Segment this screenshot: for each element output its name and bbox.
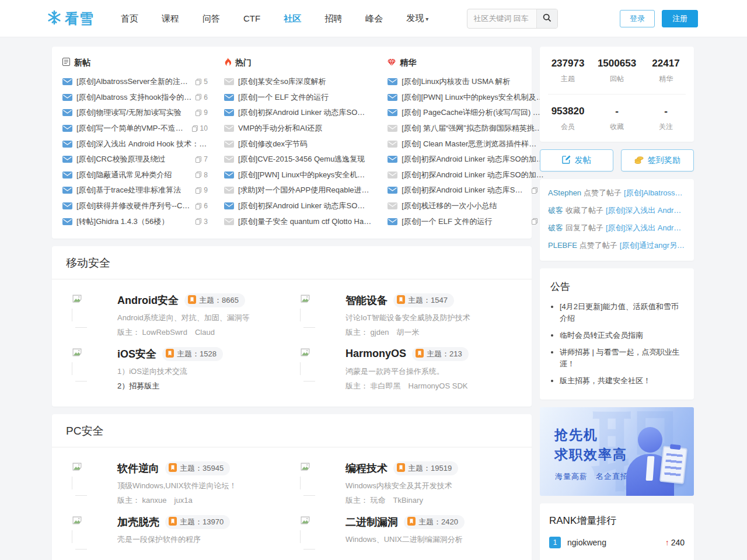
post-list-item[interactable]: [原创]量子安全 quantum ctf Qlotto Ha… xyxy=(224,214,371,229)
post-list-item[interactable]: [原创]物理读写/无附加读写实验 9 xyxy=(62,105,208,121)
reply-count: 9 xyxy=(196,186,208,194)
up-arrow-icon: ↑ xyxy=(665,538,669,547)
nav-item[interactable]: 发现▾ xyxy=(395,0,440,38)
forum-moderators[interactable]: 版主： 玩命 TkBinary xyxy=(345,495,458,506)
post-list-item[interactable]: [原创] 第八届“强网”拟态防御国际精英挑… xyxy=(388,121,543,136)
activity-item[interactable]: 破客收藏了帖子[原创]深入浅出 Andr… xyxy=(548,202,686,219)
reply-count-value: 9 xyxy=(204,108,208,117)
activity-post-link[interactable]: [原创]深入浅出 Andr… xyxy=(606,223,681,232)
activity-item[interactable]: 破客回复了帖子[原创]深入浅出 Andr… xyxy=(548,219,686,237)
post-list-item[interactable]: [原创]隐蔽通讯常见种类介绍 8 xyxy=(62,167,208,183)
post-list-item[interactable]: [原创]初探Android Linker 动态库SO… xyxy=(224,198,371,214)
post-list-item[interactable]: [原创]修改dex字节码 xyxy=(224,136,371,152)
post-list-item[interactable]: [原创]CRC校验原理及绕过 7 xyxy=(62,152,208,167)
forum-block[interactable]: iOS安全 主题：1528 1）iOS逆向技术交流 2）招募版主 xyxy=(72,347,287,391)
nav-item[interactable]: CTF xyxy=(232,0,272,37)
announcement-link[interactable]: 临时会员转正式会员指南 xyxy=(560,330,683,341)
reply-count: 3 xyxy=(196,218,208,226)
post-title: [原创]一个 ELF 文件的运行 xyxy=(402,216,528,227)
forum-name[interactable]: HarmonyOS xyxy=(345,348,406,360)
forum-block[interactable]: 编程技术 主题：19519 Windows内核安全及其开发技术 版主： 玩命 T… xyxy=(300,461,515,506)
activity-post-link[interactable]: [原创]通过angr另… xyxy=(620,241,685,250)
post-list-item[interactable]: [原创]深入浅出 Android Hook 技术：… xyxy=(62,136,208,152)
post-list-item[interactable]: [原创]初探Android Linker 动态库S… 2 xyxy=(388,183,543,198)
post-list-item[interactable]: [原创][PWN] Linux中的pkeys安全机制及… xyxy=(388,90,543,106)
forum-moderators[interactable]: 2）招募版主 xyxy=(117,381,223,391)
forum-name[interactable]: 加壳脱壳 xyxy=(117,515,159,529)
search-button[interactable] xyxy=(536,9,557,28)
post-list-item[interactable]: [原创]Albatross 支持hook指令的… 6 xyxy=(62,90,208,106)
envelope-icon xyxy=(62,94,72,101)
forum-name[interactable]: 编程技术 xyxy=(345,461,388,475)
forum-block[interactable]: Android安全 主题：8665 Android系统逆向、对抗、加固、漏洞等 … xyxy=(72,293,287,338)
forum-moderators[interactable]: 版主： 非白即黑 HarmonyOS SDK xyxy=(345,381,469,391)
new-post-button[interactable]: 发帖 xyxy=(540,149,613,172)
document-icon xyxy=(62,58,70,68)
post-list-item[interactable]: VMP的手动分析和AI还原 xyxy=(224,121,371,136)
post-list-item[interactable]: [求助]对一个国外APP使用Reqable进… xyxy=(224,183,371,198)
activity-username[interactable]: PLEBFE xyxy=(548,241,577,250)
post-title: [原创] PageCache详细分析(读写/写回) … xyxy=(402,107,543,118)
job-ad-banner[interactable]: 职 抢先机 求职效率高 海量高薪 名企直招 xyxy=(540,407,694,496)
forum-name[interactable]: iOS安全 xyxy=(117,347,156,361)
post-list-item[interactable]: [原创]写一个简单的VMP-不造… 10 xyxy=(62,121,208,136)
post-list-item[interactable]: [原创] Clean Master恶意浏览器插件样… xyxy=(388,136,543,152)
post-list-item[interactable]: [原创]初探Android Linker 动态库SO的加… xyxy=(388,167,543,183)
forum-name[interactable]: 软件逆向 xyxy=(117,461,159,475)
bookmark-icon xyxy=(169,517,177,527)
activity-username[interactable]: AStephen xyxy=(548,188,581,197)
forum-moderators[interactable]: 版主： LowRebSwrd Claud xyxy=(117,327,250,338)
login-button[interactable]: 登录 xyxy=(620,10,655,27)
nav-item[interactable]: 招聘 xyxy=(313,0,354,37)
copy-icon xyxy=(532,187,537,194)
search-input[interactable] xyxy=(467,9,536,28)
activity-username[interactable]: 破客 xyxy=(548,206,563,215)
forum-block[interactable]: 加壳脱壳 主题：13970 壳是一段保护软件的程序 xyxy=(72,515,287,551)
nav-item[interactable]: 峰会 xyxy=(354,0,395,37)
register-button[interactable]: 注册 xyxy=(662,10,698,27)
forum-moderators[interactable]: 版主： gjden 胡一米 xyxy=(345,327,470,338)
post-list-item[interactable]: [原创]一个 ELF 文件的运行 xyxy=(224,90,371,106)
post-title: [原创]物理读写/无附加读写实验 xyxy=(76,107,191,118)
nav-item[interactable]: 首页 xyxy=(109,0,150,37)
activity-post-link[interactable]: [原创]深入浅出 Andr… xyxy=(606,206,681,215)
post-list-item[interactable]: [转帖]Ghidra 1.4.3（56楼） 3 xyxy=(62,214,208,229)
post-list-item[interactable]: [原创]获得并修改硬件序列号--C… 6 xyxy=(62,198,208,214)
forum-block[interactable]: HarmonyOS 主题：213 鸿蒙是一款跨平台操作系统。 版主： 非白即黑 … xyxy=(300,347,515,391)
forum-name[interactable]: Android安全 xyxy=(117,293,179,307)
kanxue-logo[interactable]: 看雪 xyxy=(47,9,94,28)
forum-name[interactable]: 二进制漏洞 xyxy=(345,515,398,529)
signin-reward-button[interactable]: 签到奖励 xyxy=(621,149,694,172)
forum-block[interactable]: 软件逆向 主题：35945 顶级Windows,UNIX软件逆向论坛！ 版主： … xyxy=(72,461,287,506)
activity-item[interactable]: PLEBFE点赞了帖子[原创]通过angr另… xyxy=(548,237,686,254)
forum-name[interactable]: 智能设备 xyxy=(345,293,388,307)
rank-username[interactable]: ngiokweng xyxy=(567,538,665,547)
post-list-item[interactable]: [原创]栈迁移的一次小小总结 xyxy=(388,198,543,214)
nav-item[interactable]: 问答 xyxy=(191,0,232,37)
post-list-item[interactable]: [原创]某安全so库深度解析 xyxy=(224,74,371,90)
announcement-link[interactable]: 版主招募，共建安全社区！ xyxy=(560,375,683,387)
post-list-item[interactable]: [原创]初探Android Linker 动态库SO… xyxy=(224,105,371,121)
post-list-item[interactable]: [原创]AlbatrossServer全新的注… 5 xyxy=(62,74,208,90)
topic-count-text: 主题：19519 xyxy=(408,463,452,474)
forum-block[interactable]: 二进制漏洞 主题：2420 Windows、UNIX二进制编漏洞分析 xyxy=(300,515,515,551)
post-list-item[interactable]: [原创] PageCache详细分析(读写/写回) … xyxy=(388,105,543,121)
bookmark-icon xyxy=(397,295,405,306)
rank-number-badge: 1 xyxy=(549,537,561,548)
announcement-link[interactable]: [4月2日更新]能力值、活跃值和雪币介绍 xyxy=(560,301,683,324)
post-list-item[interactable]: [原创]初探Android Linker 动态库SO的加… xyxy=(388,152,543,167)
activity-item[interactable]: AStephen点赞了帖子[原创]Albatross… xyxy=(548,184,686,202)
activity-post-link[interactable]: [原创]Albatross… xyxy=(624,188,682,197)
post-list-item[interactable]: [原创]一个 ELF 文件的运行 2 xyxy=(388,214,543,229)
forum-moderators[interactable]: 版主： kanxue jux1a xyxy=(117,495,236,506)
activity-username[interactable]: 破客 xyxy=(548,223,563,232)
post-list-item[interactable]: [原创]Linux内核攻击 USMA 解析 xyxy=(388,74,543,90)
post-list-item[interactable]: [原创][PWN] Linux中的pkeys安全机… xyxy=(224,167,371,183)
post-list-item[interactable]: [原创]CVE-2015-3456 Qemu逃逸复现 xyxy=(224,152,371,167)
forum-block[interactable]: 智能设备 主题：1547 讨论IoT智能设备安全威胁及防护技术 版主： gjde… xyxy=(300,293,515,338)
reply-count-value: 10 xyxy=(200,124,208,132)
nav-item[interactable]: 课程 xyxy=(150,0,191,37)
nav-item[interactable]: 社区 xyxy=(272,0,313,37)
post-list-item[interactable]: [原创]基于trace处理非标准算法 9 xyxy=(62,183,208,198)
announcement-link[interactable]: 讲师招募 | 与看雪一起，点亮职业生涯！ xyxy=(560,346,683,370)
